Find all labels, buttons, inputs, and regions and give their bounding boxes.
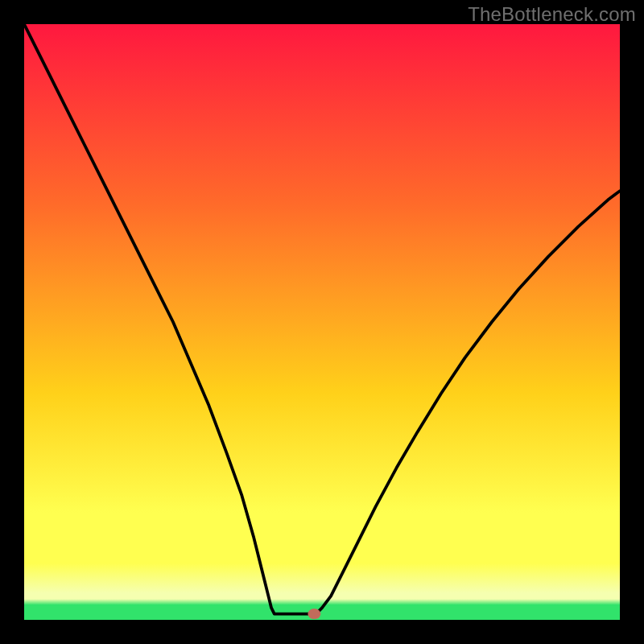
chart-frame: TheBottleneck.com bbox=[0, 0, 644, 644]
plot-svg bbox=[24, 24, 620, 620]
gradient-background bbox=[24, 24, 620, 620]
plot-area bbox=[24, 24, 620, 620]
watermark-text: TheBottleneck.com bbox=[468, 3, 636, 26]
optimal-point-marker bbox=[308, 609, 320, 619]
